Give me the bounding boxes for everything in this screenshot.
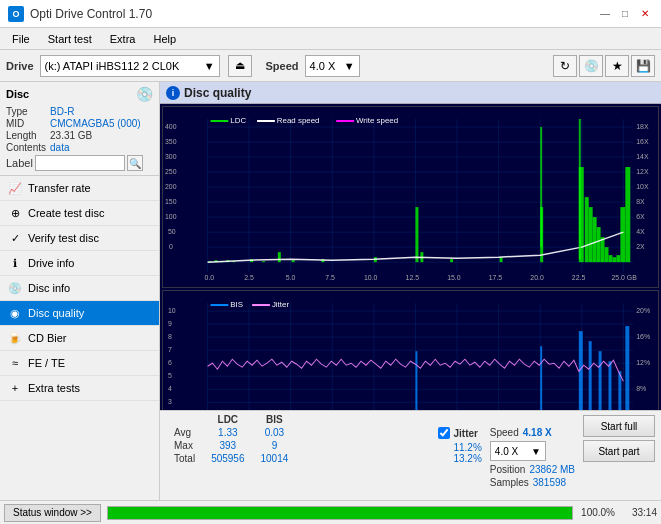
- speed-stat-val: 4.18 X: [523, 427, 552, 438]
- label-icon-button[interactable]: 🔍: [127, 155, 143, 171]
- nav-item-verify-test-disc[interactable]: ✓ Verify test disc: [0, 226, 159, 251]
- label-input[interactable]: [35, 155, 125, 171]
- menu-file[interactable]: File: [4, 31, 38, 47]
- speed-dropdown-arrow: ▼: [344, 60, 355, 72]
- svg-text:17.5: 17.5: [489, 274, 503, 281]
- svg-rect-48: [620, 207, 625, 262]
- toolbar-refresh-button[interactable]: ↻: [553, 55, 577, 77]
- speed-dropdown[interactable]: 4.0 X ▼: [305, 55, 360, 77]
- start-full-button[interactable]: Start full: [583, 415, 655, 437]
- svg-rect-28: [262, 261, 265, 262]
- svg-rect-56: [336, 120, 354, 122]
- svg-rect-42: [597, 227, 601, 262]
- svg-text:4X: 4X: [636, 228, 645, 235]
- svg-text:10X: 10X: [636, 183, 649, 190]
- close-button[interactable]: ✕: [637, 7, 653, 21]
- length-val: 23.31 GB: [50, 130, 153, 141]
- avg-label: Avg: [166, 426, 203, 439]
- svg-rect-39: [585, 197, 589, 262]
- samples-val: 381598: [533, 477, 566, 488]
- eject-button[interactable]: ⏏: [228, 55, 252, 77]
- chart-bis-svg: BIS Jitter 10 9 8 7 6 5 4 3 2 1 20% 1: [163, 291, 658, 410]
- speed-value: 4.0 X: [310, 60, 336, 72]
- status-time: 33:14: [621, 507, 657, 518]
- statusbar: Status window >> 100.0% 33:14: [0, 500, 661, 524]
- progress-bar-wrap: [107, 506, 573, 520]
- nav-item-transfer-rate-label: Transfer rate: [28, 182, 91, 194]
- verify-test-disc-icon: ✓: [8, 231, 22, 245]
- svg-text:7: 7: [168, 346, 172, 353]
- menu-start-test[interactable]: Start test: [40, 31, 100, 47]
- maximize-button[interactable]: □: [617, 7, 633, 21]
- svg-text:18X: 18X: [636, 123, 649, 130]
- avg-bis: 0.03: [253, 426, 297, 439]
- svg-text:2.5: 2.5: [244, 274, 254, 281]
- nav-item-drive-info[interactable]: ℹ Drive info: [0, 251, 159, 276]
- svg-text:8%: 8%: [636, 385, 646, 392]
- toolbar-disc-button[interactable]: 💿: [579, 55, 603, 77]
- nav-item-disc-info[interactable]: 💿 Disc info: [0, 276, 159, 301]
- toolbar-icons: ↻ 💿 ★ 💾: [553, 55, 655, 77]
- toolbar-save-button[interactable]: 💾: [631, 55, 655, 77]
- charts-area: LDC Read speed Write speed 400 350 300 2…: [160, 104, 661, 410]
- svg-text:22.5: 22.5: [572, 274, 586, 281]
- svg-text:8X: 8X: [636, 198, 645, 205]
- total-bis: 10014: [253, 452, 297, 465]
- svg-text:14X: 14X: [636, 153, 649, 160]
- minimize-button[interactable]: —: [597, 7, 613, 21]
- transfer-rate-icon: 📈: [8, 181, 22, 195]
- nav-item-fe-te[interactable]: ≈ FE / TE: [0, 351, 159, 376]
- sidebar: Disc 💿 Type BD-R MID CMCMAGBA5 (000) Len…: [0, 82, 160, 500]
- stats-speed-dropdown-val: 4.0 X: [495, 446, 518, 457]
- status-window-button[interactable]: Status window >>: [4, 504, 101, 522]
- svg-text:6X: 6X: [636, 213, 645, 220]
- stats-speed-dropdown[interactable]: 4.0 X ▼: [490, 441, 546, 461]
- svg-rect-36: [500, 257, 503, 262]
- disc-quality-title: Disc quality: [184, 86, 251, 100]
- nav-item-cd-bier[interactable]: 🍺 CD Bier: [0, 326, 159, 351]
- jitter-section: Jitter 11.2% 13.2%: [438, 413, 481, 464]
- titlebar-left: O Opti Drive Control 1.70: [8, 6, 152, 22]
- svg-text:20%: 20%: [636, 307, 650, 314]
- menubar: File Start test Extra Help: [0, 28, 661, 50]
- svg-rect-51: [540, 127, 542, 247]
- titlebar: O Opti Drive Control 1.70 — □ ✕: [0, 0, 661, 28]
- disc-header: Disc 💿: [6, 86, 153, 102]
- jitter-checkbox[interactable]: [438, 427, 450, 439]
- svg-text:150: 150: [165, 198, 177, 205]
- nav-item-create-test-disc-label: Create test disc: [28, 207, 104, 219]
- chart-ldc: LDC Read speed Write speed 400 350 300 2…: [162, 106, 659, 288]
- content-area: i Disc quality: [160, 82, 661, 500]
- nav-item-verify-test-disc-label: Verify test disc: [28, 232, 99, 244]
- nav-item-disc-quality[interactable]: ◉ Disc quality: [0, 301, 159, 326]
- svg-rect-47: [616, 255, 620, 262]
- menu-extra[interactable]: Extra: [102, 31, 144, 47]
- menu-help[interactable]: Help: [145, 31, 184, 47]
- disc-icon: 💿: [136, 86, 153, 102]
- start-part-button[interactable]: Start part: [583, 440, 655, 462]
- svg-rect-29: [278, 252, 281, 262]
- drive-dropdown-arrow: ▼: [204, 60, 215, 72]
- stats-data-table: LDC BIS Avg 1.33 0.03 Max 393 9 Total: [166, 413, 296, 465]
- disc-quality-header-icon: i: [166, 86, 180, 100]
- nav-item-create-test-disc[interactable]: ⊕ Create test disc: [0, 201, 159, 226]
- disc-info-grid: Type BD-R MID CMCMAGBA5 (000) Length 23.…: [6, 106, 153, 153]
- nav-item-transfer-rate[interactable]: 📈 Transfer rate: [0, 176, 159, 201]
- max-bis: 9: [253, 439, 297, 452]
- svg-rect-40: [589, 207, 593, 262]
- svg-rect-119: [211, 304, 229, 306]
- disc-quality-icon: ◉: [8, 306, 22, 320]
- svg-text:2X: 2X: [636, 243, 645, 250]
- svg-text:5.0: 5.0: [286, 274, 296, 281]
- svg-text:200: 200: [165, 183, 177, 190]
- toolbar-star-button[interactable]: ★: [605, 55, 629, 77]
- max-jitter-row: 13.2%: [453, 453, 481, 464]
- svg-rect-54: [257, 120, 275, 122]
- nav-item-extra-tests[interactable]: + Extra tests: [0, 376, 159, 401]
- drive-dropdown[interactable]: (k:) ATAPI iHBS112 2 CL0K ▼: [40, 55, 220, 77]
- svg-text:15.0: 15.0: [447, 274, 461, 281]
- avg-jitter-row: 11.2%: [453, 442, 481, 453]
- max-ldc: 393: [203, 439, 252, 452]
- nav-item-disc-info-label: Disc info: [28, 282, 70, 294]
- avg-ldc: 1.33: [203, 426, 252, 439]
